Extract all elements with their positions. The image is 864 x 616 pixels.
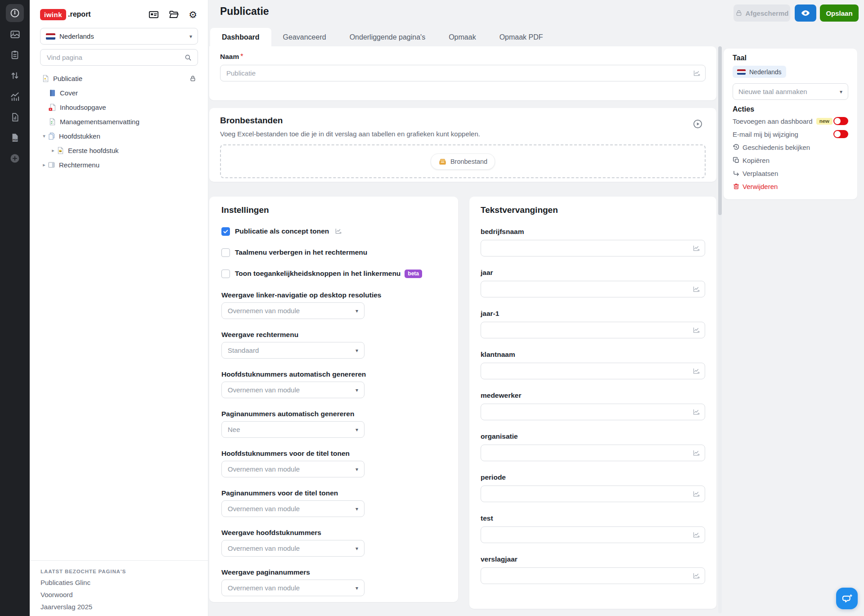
- name-input[interactable]: [220, 65, 706, 81]
- tree-item-publicatie[interactable]: Publicatie: [30, 71, 208, 85]
- tree-item-eerste-hoofdstuk[interactable]: ▸ Eerste hoofdstuk: [30, 143, 208, 157]
- clipboard-icon: [10, 50, 20, 60]
- replacement-input[interactable]: [481, 445, 705, 461]
- tree-item-managementsamenvatting[interactable]: Managementsamenvatting: [30, 114, 208, 129]
- source-files-description: Voeg Excel-bestanden toe die je in dit v…: [220, 130, 706, 138]
- page-tree: Publicatie Cover Inhoudsopgave Managemen…: [30, 71, 208, 172]
- tree-item-cover[interactable]: Cover: [30, 85, 208, 100]
- checkbox-unchecked[interactable]: [221, 270, 230, 278]
- text-replacement-icon[interactable]: [693, 449, 700, 457]
- setting-checkbox-row: Publicatie als concept tonen: [221, 226, 446, 237]
- tab-opmaak-pdf[interactable]: Opmaak PDF: [488, 28, 555, 46]
- action-delete[interactable]: Verwijderen: [733, 181, 848, 192]
- rail-item-pdf[interactable]: PDF: [0, 127, 30, 148]
- source-file-dropzone[interactable]: Bronbestand: [220, 144, 706, 178]
- setting-select[interactable]: Overnemen van module▾: [221, 580, 364, 596]
- folder-icon[interactable]: [168, 9, 179, 20]
- chevron-right-icon[interactable]: ▸: [50, 148, 57, 153]
- new-language-select[interactable]: Nieuwe taal aanmaken ▾: [733, 83, 848, 100]
- text-replacement-icon[interactable]: [693, 69, 701, 77]
- trend-chart-icon: [10, 91, 20, 102]
- language-chip[interactable]: Nederlands: [733, 66, 786, 78]
- replacement-input[interactable]: [481, 567, 705, 584]
- dashboard-toggle[interactable]: [833, 117, 848, 125]
- replacement-input[interactable]: [481, 240, 705, 256]
- card-view-icon[interactable]: [148, 9, 159, 20]
- tree-item-rechtermenu[interactable]: ▸ Rechtermenu: [30, 157, 208, 172]
- rail-item-report-doc[interactable]: [0, 107, 30, 127]
- setting-select[interactable]: Overnemen van module▾: [221, 302, 364, 319]
- replacement-input[interactable]: [481, 281, 705, 297]
- save-button[interactable]: Opslaan: [820, 4, 859, 22]
- text-replacement-icon[interactable]: [693, 408, 700, 416]
- checkbox-checked[interactable]: [221, 227, 230, 236]
- add-source-file-button[interactable]: Bronbestand: [431, 153, 495, 170]
- recent-page-link[interactable]: Voorwoord: [40, 591, 197, 598]
- replacement-input[interactable]: [481, 526, 705, 543]
- help-video-icon[interactable]: [693, 119, 703, 129]
- logo-row: iwink .report ⚙: [30, 0, 208, 22]
- setting-select[interactable]: Standaard▾: [221, 342, 364, 359]
- scrollbar-thumb[interactable]: [718, 46, 722, 215]
- sidebar-language-select[interactable]: Nederlands ▾: [40, 28, 198, 45]
- recent-page-link[interactable]: Jaarverslag 2025: [40, 603, 197, 611]
- text-replacement-icon[interactable]: [693, 285, 700, 293]
- setting-select[interactable]: Overnemen van module▾: [221, 540, 364, 557]
- preview-button[interactable]: [795, 4, 816, 22]
- tab-geavanceerd[interactable]: Geavanceerd: [271, 28, 338, 46]
- text-replacement-icon[interactable]: [693, 572, 700, 580]
- rail-item-media[interactable]: [0, 24, 30, 45]
- gear-icon[interactable]: ⚙: [189, 10, 197, 19]
- text-replacement-icon[interactable]: [335, 228, 342, 235]
- chevron-right-icon[interactable]: ▸: [40, 162, 48, 168]
- swap-arrows-icon: [10, 71, 20, 81]
- checkbox-unchecked[interactable]: [221, 248, 230, 257]
- text-replacement-icon[interactable]: [693, 531, 700, 539]
- search-input[interactable]: [46, 53, 184, 62]
- rail-item-add[interactable]: [0, 148, 30, 169]
- text-replacement-icon[interactable]: [693, 367, 700, 375]
- action-toggle-row: E-mail mij bij wijziging: [733, 129, 848, 139]
- caret-down-icon: ▾: [356, 467, 358, 472]
- tab-onderliggende-paginas[interactable]: Onderliggende pagina's: [338, 28, 437, 46]
- setting-select-group: Hoofdstuknummers automatisch genereren O…: [221, 370, 446, 398]
- tab-opmaak[interactable]: Opmaak: [437, 28, 487, 46]
- setting-select[interactable]: Nee▾: [221, 421, 364, 438]
- checklist-page-icon: [49, 118, 56, 126]
- chevron-down-icon[interactable]: ▾: [40, 133, 48, 139]
- setting-select[interactable]: Overnemen van module▾: [221, 382, 364, 398]
- eye-icon: [801, 8, 810, 18]
- email-toggle[interactable]: [833, 130, 848, 138]
- protected-button[interactable]: Afgeschermd: [734, 4, 790, 22]
- rail-item-dashboard[interactable]: [6, 4, 24, 22]
- replacement-input[interactable]: [481, 363, 705, 379]
- replacement-input[interactable]: [481, 486, 705, 502]
- settings-title: Instellingen: [221, 205, 446, 216]
- tree-item-hoofdstukken[interactable]: ▾ Hoofdstukken: [30, 129, 208, 143]
- image-page-icon: [57, 147, 64, 154]
- tree-item-inhoudsopgave[interactable]: Inhoudsopgave: [30, 100, 208, 114]
- text-replacements-title: Tekstvervangingen: [481, 205, 705, 216]
- rail-item-workflow[interactable]: [0, 65, 30, 86]
- setting-select[interactable]: Overnemen van module▾: [221, 461, 364, 477]
- replacement-input[interactable]: [481, 404, 705, 420]
- setting-select[interactable]: Overnemen van module▾: [221, 500, 364, 517]
- action-copy[interactable]: Kopiëren: [733, 155, 848, 166]
- rail-item-checklist[interactable]: [0, 45, 30, 65]
- text-replacement-icon[interactable]: [693, 326, 700, 334]
- action-history[interactable]: Geschiedenis bekijken: [733, 142, 848, 153]
- chat-widget-button[interactable]: [836, 588, 858, 609]
- replacement-input[interactable]: [481, 322, 705, 338]
- rail-item-analytics[interactable]: [0, 86, 30, 107]
- action-move[interactable]: Verplaatsen: [733, 168, 848, 179]
- recent-page-link[interactable]: Publicaties Glinc: [40, 579, 197, 586]
- search-icon: [184, 54, 192, 62]
- caret-down-icon: ▾: [356, 387, 358, 393]
- text-replacement-icon[interactable]: [693, 244, 700, 252]
- caret-down-icon: ▾: [356, 308, 358, 314]
- text-replacement-icon[interactable]: [693, 490, 700, 498]
- tab-dashboard[interactable]: Dashboard: [210, 28, 271, 46]
- brand-logo[interactable]: iwink: [40, 9, 66, 20]
- replacement-field-group: jaar-1: [481, 310, 705, 338]
- content-scrollbar[interactable]: [718, 46, 722, 613]
